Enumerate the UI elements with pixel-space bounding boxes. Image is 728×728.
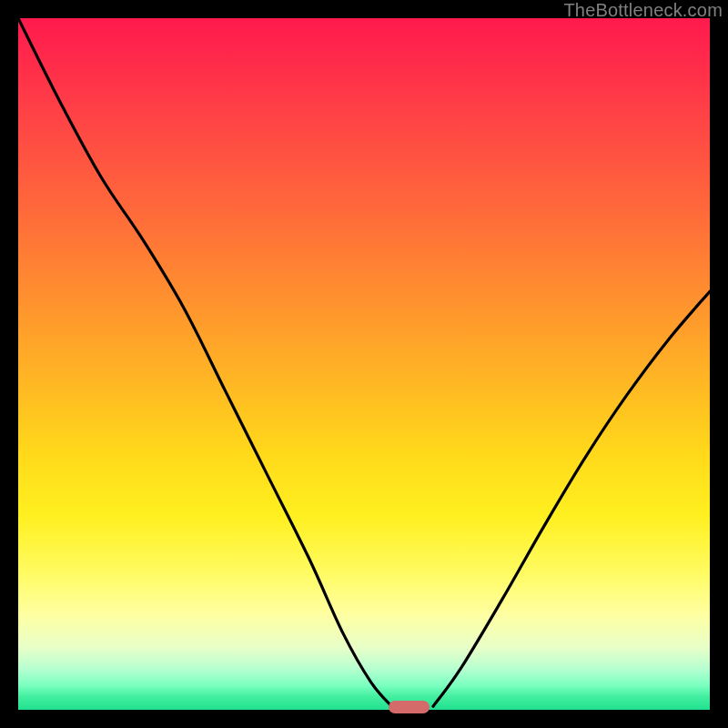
curve-left xyxy=(18,18,391,706)
dip-marker xyxy=(389,701,430,713)
curve-right xyxy=(433,291,710,706)
bottleneck-curve xyxy=(18,18,710,710)
chart-container: TheBottleneck.com xyxy=(0,0,728,728)
plot-area xyxy=(18,18,710,710)
